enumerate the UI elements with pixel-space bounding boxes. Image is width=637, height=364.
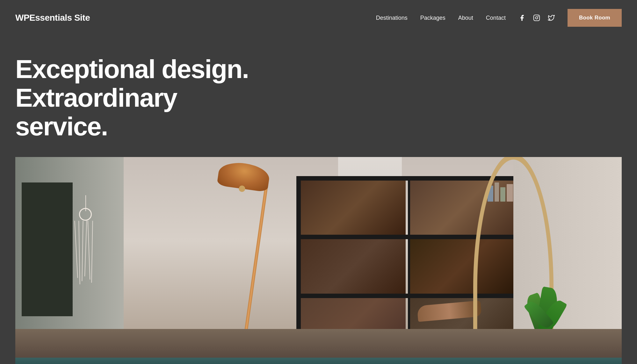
lamp-head [217,160,271,192]
shelf-vertical-1 [296,176,301,354]
header-right: Destinations Packages About Contact [376,9,622,27]
hero-image [15,157,622,364]
shelf-panel-1 [301,181,406,235]
string-4 [84,221,87,276]
nav-menu: Destinations Packages About Contact [376,15,506,21]
arc-lamp [241,157,247,335]
nav-packages[interactable]: Packages [420,15,445,21]
hanging-circle [79,208,92,221]
shelf-horizontal-1 [296,176,519,181]
twitter-icon[interactable] [548,14,555,21]
hero-headline: Exceptional design. Extraordinary servic… [15,55,270,141]
facebook-icon[interactable] [518,14,525,21]
site-header: WPEssentials Site Destinations Packages … [0,0,637,36]
room-door [22,182,73,316]
hero-headline-line1: Exceptional design. [15,54,249,83]
hero-section: Exceptional design. Extraordinary servic… [0,36,637,364]
hero-headline-line2: Extraordinary service. [15,83,177,141]
svg-rect-0 [534,15,539,21]
svg-point-1 [535,17,538,19]
lamp-pole [244,177,269,336]
nav-contact[interactable]: Contact [486,15,506,21]
nav-about[interactable]: About [458,15,473,21]
string-1 [74,221,78,278]
nav-destinations[interactable]: Destinations [376,15,408,21]
bottom-accent [15,358,622,364]
string-6 [91,221,93,283]
string-3 [82,221,83,281]
string-2 [78,221,80,284]
wall-hanging [73,195,98,284]
room-scene [15,157,622,364]
hanging-strings [74,221,97,284]
book-room-button[interactable]: Book Room [568,9,622,27]
instagram-icon[interactable] [533,14,540,21]
site-logo[interactable]: WPEssentials Site [15,13,90,23]
social-icons [518,14,555,21]
svg-point-2 [538,16,539,17]
shelf-panel-3 [301,239,406,294]
string-5 [88,221,90,280]
